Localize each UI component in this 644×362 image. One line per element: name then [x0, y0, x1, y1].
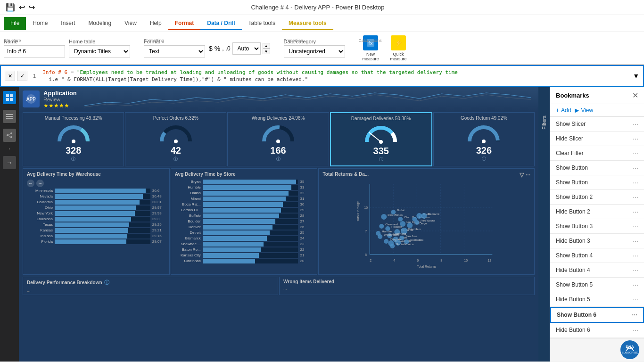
- decrease-decimal-icon[interactable]: .0: [226, 45, 231, 52]
- bookmark-more-btn[interactable]: ···: [633, 135, 638, 142]
- kpi-damaged-deliveries[interactable]: Damaged Deliveries 50.38% 335 ⓘ: [330, 112, 432, 166]
- bookmark-item[interactable]: Show Button 6 ···: [550, 307, 644, 323]
- tab-format[interactable]: Format: [168, 17, 201, 30]
- undo-icon[interactable]: ↩: [19, 3, 25, 12]
- bookmark-more-btn[interactable]: ···: [633, 281, 638, 288]
- bookmark-item[interactable]: Show Button ···: [550, 161, 644, 175]
- bar-outer: [203, 185, 298, 190]
- bookmark-more-btn[interactable]: ···: [633, 164, 638, 172]
- bar-outer: [203, 247, 298, 252]
- kpi-manual-processing[interactable]: Manual Processing 49.32% 328 ⓘ: [23, 112, 124, 166]
- chart-prev-btn[interactable]: ←: [27, 180, 34, 187]
- formula-text[interactable]: Info # 6 = "Employees need to be trained…: [41, 68, 629, 84]
- save-icon[interactable]: 💾: [6, 3, 15, 12]
- sidebar-data-icon[interactable]: [3, 110, 16, 123]
- increase-btn[interactable]: ▲: [263, 43, 270, 49]
- chart-store[interactable]: Avg Delivery Time by Store Bryan 35 Humb…: [171, 168, 318, 275]
- decrease-btn[interactable]: ▼: [263, 49, 270, 54]
- filters-panel[interactable]: Filters: [538, 87, 550, 362]
- data-category-select[interactable]: Uncategorized: [284, 45, 345, 58]
- chart-delivery-performance[interactable]: Delivery Performance Breakdown ⓘ ...: [23, 277, 278, 295]
- filter-icon[interactable]: ▽: [520, 172, 524, 178]
- bookmarks-add-btn[interactable]: + Add: [556, 107, 571, 114]
- kpi-wrong-deliveries[interactable]: Wrong Deliveries 24.96% 166 ⓘ: [227, 112, 329, 166]
- bookmark-item[interactable]: Show Button ···: [550, 175, 644, 190]
- svg-text:Fort Wayne: Fort Wayne: [421, 219, 436, 222]
- bookmark-more-btn[interactable]: ···: [633, 149, 638, 157]
- bar-label: Kansas City: [175, 253, 201, 257]
- bookmark-item[interactable]: Clear Filter ···: [550, 146, 644, 161]
- formula-expand-btn[interactable]: ▼: [633, 72, 639, 80]
- kpi-value-4: 326: [438, 145, 529, 156]
- bookmarks-view-btn[interactable]: ▶ View: [575, 107, 593, 114]
- bookmark-item[interactable]: Hide Button 4 ···: [550, 263, 644, 278]
- bookmark-item[interactable]: Show Button 3 ···: [550, 219, 644, 234]
- bookmark-more-btn[interactable]: ···: [633, 193, 638, 201]
- sidebar-nav-prev[interactable]: →: [3, 156, 16, 169]
- chart-warehouse[interactable]: Avg Delivery Time by Warehouse ← → Minne…: [23, 168, 170, 275]
- filters-label[interactable]: Filters: [541, 115, 547, 130]
- svg-text:5: 5: [365, 253, 367, 256]
- bookmark-item[interactable]: Show Slicer ···: [550, 117, 644, 132]
- bookmark-more-btn[interactable]: ···: [633, 252, 638, 259]
- auto-select[interactable]: Auto: [232, 42, 261, 55]
- more-icon[interactable]: ···: [526, 172, 530, 178]
- bookmark-item[interactable]: Hide Button 5 ···: [550, 292, 644, 307]
- chart-scatter[interactable]: Total Returns & Da... ▽ ··· Total Damage…: [318, 168, 535, 275]
- bookmark-label: Hide Button 2: [556, 208, 590, 215]
- bookmark-item[interactable]: Hide Button 2 ···: [550, 205, 644, 219]
- bookmark-item[interactable]: Show Button 5 ···: [550, 278, 644, 292]
- bookmarks-close-btn[interactable]: ✕: [632, 91, 638, 100]
- chart-scatter-actions: ▽ ···: [520, 172, 530, 178]
- quick-measure-btn[interactable]: ⚡ Quick measure: [387, 33, 411, 63]
- percent-icon[interactable]: %: [215, 45, 220, 52]
- bookmark-label: Clear Filter: [556, 150, 584, 156]
- chart-next-btn[interactable]: →: [36, 180, 44, 187]
- home-table-select[interactable]: Dynamic Titles: [69, 45, 130, 58]
- bar-row-store: Buffalo 28: [175, 214, 314, 218]
- bookmark-item[interactable]: Show Button 4 ···: [550, 248, 644, 263]
- currency-icon[interactable]: $: [209, 45, 213, 52]
- redo-icon[interactable]: ↪: [29, 3, 35, 12]
- tab-measure-tools[interactable]: Measure tools: [282, 17, 333, 30]
- bookmark-more-btn[interactable]: ···: [633, 208, 638, 215]
- bookmark-more-btn[interactable]: ···: [632, 311, 637, 319]
- format-select[interactable]: Text: [144, 45, 205, 58]
- formula-close-btn[interactable]: ✕: [5, 71, 15, 81]
- tab-home[interactable]: Home: [26, 17, 54, 30]
- bar-label: Texas: [27, 222, 53, 227]
- bookmark-item[interactable]: Hide Slicer ···: [550, 132, 644, 146]
- svg-text:⚡: ⚡: [395, 39, 403, 47]
- kpi-goods-return[interactable]: Goods Return 49.02% 326 ⓘ: [433, 112, 535, 166]
- window-title: Challenge # 4 - Delivery APP - Power BI …: [251, 4, 384, 11]
- bookmark-more-btn[interactable]: ···: [633, 237, 638, 245]
- bookmark-more-btn[interactable]: ···: [633, 296, 638, 303]
- sidebar-report-icon[interactable]: [3, 91, 16, 104]
- bookmark-item[interactable]: Hide Button 6 ···: [550, 323, 644, 337]
- kpi-perfect-orders[interactable]: Perfect Orders 6.32% 42 ⓘ: [125, 112, 226, 166]
- new-measure-btn[interactable]: fx New measure: [359, 33, 383, 63]
- sidebar-model-icon[interactable]: [3, 129, 16, 142]
- bar-outer: [203, 242, 298, 247]
- bookmark-more-btn[interactable]: ···: [633, 222, 638, 230]
- bookmark-more-btn[interactable]: ···: [633, 326, 638, 334]
- tab-table-tools[interactable]: Table tools: [242, 17, 282, 30]
- formula-check-btn[interactable]: ✓: [17, 71, 27, 81]
- bookmark-more-btn[interactable]: ···: [633, 266, 638, 274]
- bookmark-more-btn[interactable]: ···: [633, 179, 638, 186]
- name-input[interactable]: [4, 45, 65, 58]
- tab-modeling[interactable]: Modeling: [82, 17, 118, 30]
- chart-wrong-items[interactable]: Wrong Items Delivered ...: [279, 277, 535, 295]
- tab-insert[interactable]: Insert: [54, 17, 82, 30]
- kpi-gauge-0: [55, 123, 92, 144]
- bookmark-more-btn[interactable]: ···: [633, 120, 638, 128]
- tab-data-drill[interactable]: Data / Drill: [200, 17, 241, 30]
- comma-icon[interactable]: ,: [222, 45, 223, 52]
- bookmark-item[interactable]: Show Button 2 ···: [550, 190, 644, 205]
- tab-help[interactable]: Help: [143, 17, 168, 30]
- kpi-gauge-3: [362, 123, 400, 144]
- ribbon: File Home Insert Modeling View Help Form…: [0, 15, 644, 65]
- bookmark-item[interactable]: Hide Button 3 ···: [550, 234, 644, 248]
- tab-file[interactable]: File: [4, 17, 26, 30]
- tab-view[interactable]: View: [118, 17, 143, 30]
